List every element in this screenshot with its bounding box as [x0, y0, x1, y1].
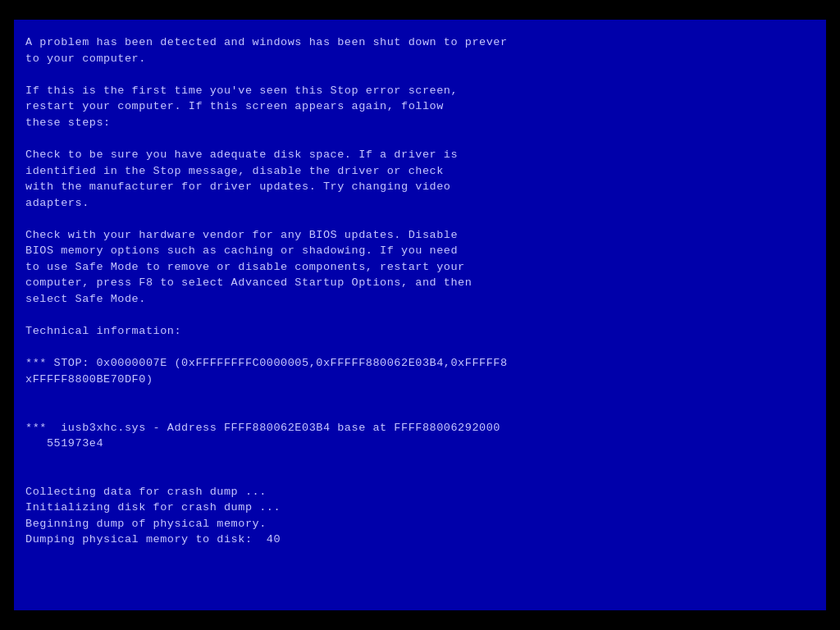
bsod-line: Dumping physical memory to disk: 40 — [25, 532, 815, 548]
bsod-line: adapters. — [25, 195, 815, 212]
bsod-line: 551973e4 — [25, 436, 815, 452]
bsod-line: A problem has been detected and windows … — [25, 34, 815, 51]
bsod-line: identified in the Stop message, disable … — [25, 163, 815, 180]
bsod-line: BIOS memory options such as caching or s… — [25, 243, 815, 259]
bsod-screen: A problem has been detected and windows … — [14, 20, 826, 610]
bsod-line: If this is the first time you've seen th… — [25, 83, 815, 99]
bsod-line — [25, 211, 815, 227]
bsod-line: restart your computer. If this screen ap… — [25, 98, 815, 115]
bsod-line — [25, 308, 815, 324]
bsod-line: Beginning dump of physical memory. — [25, 516, 815, 532]
bsod-line: to use Safe Mode to remove or disable co… — [25, 259, 815, 276]
bsod-text-content: A problem has been detected and windows … — [25, 34, 815, 548]
bsod-line — [25, 387, 815, 404]
bsod-line: to your computer. — [25, 51, 815, 67]
bsod-line: computer, press F8 to select Advanced St… — [25, 275, 815, 291]
bsod-line — [25, 66, 815, 83]
bsod-line: *** STOP: 0x0000007E (0xFFFFFFFFC0000005… — [25, 355, 815, 372]
bsod-line: Check to be sure you have adequate disk … — [25, 147, 815, 163]
bsod-line: xFFFFF8800BE70DF0) — [25, 372, 815, 388]
bsod-line: Collecting data for crash dump ... — [25, 484, 815, 500]
bsod-line — [25, 340, 815, 356]
bsod-line — [25, 404, 815, 420]
bsod-line — [25, 452, 815, 468]
bsod-line: these steps: — [25, 115, 815, 131]
bsod-line: with the manufacturer for driver updates… — [25, 179, 815, 195]
bsod-line: Initializing disk for crash dump ... — [25, 500, 815, 516]
bsod-line: select Safe Mode. — [25, 291, 815, 308]
bsod-line — [25, 130, 815, 147]
bsod-line: Check with your hardware vendor for any … — [25, 227, 815, 244]
bsod-line — [25, 468, 815, 484]
bsod-line: *** iusb3xhc.sys - Address FFFF880062E03… — [25, 420, 815, 436]
bsod-line: Technical information: — [25, 323, 815, 340]
